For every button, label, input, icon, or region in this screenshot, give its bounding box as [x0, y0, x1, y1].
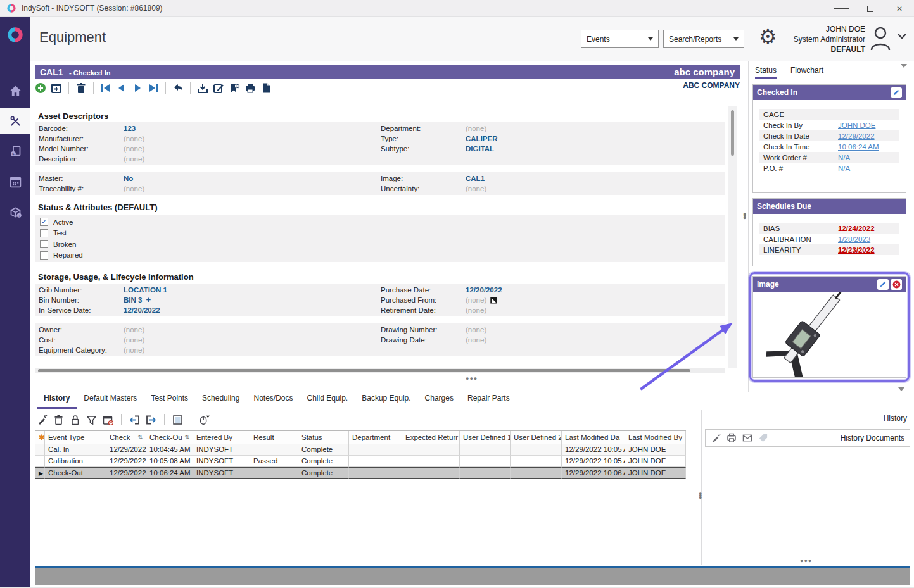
filter-icon[interactable]: [86, 415, 97, 425]
print-icon[interactable]: [727, 433, 737, 443]
tab-default-masters[interactable]: Default Masters: [77, 391, 144, 409]
table-header-cell[interactable]: Expected Returr: [402, 431, 460, 444]
table-header-cell[interactable]: User Defined 2: [511, 431, 562, 444]
panel-row-value[interactable]: 12/23/2022: [838, 246, 875, 254]
table-row[interactable]: Cal. In12/29/202210:04:45 AMINDYSOFTComp…: [35, 444, 686, 456]
shortcut-icon[interactable]: [490, 297, 497, 304]
close-button[interactable]: ✕: [885, 0, 914, 17]
horizontal-scrollbar[interactable]: [35, 368, 725, 373]
scrollbar-thumb[interactable]: [731, 110, 734, 156]
checkbox-unchecked-icon[interactable]: [40, 251, 48, 260]
tab-child-equip-[interactable]: Child Equip.: [300, 391, 355, 409]
delete-icon[interactable]: [75, 82, 87, 94]
table-header-cell[interactable]: Entered By: [193, 431, 250, 444]
table-header-cell[interactable]: Department: [349, 431, 402, 444]
field-value[interactable]: LOCATION 1: [124, 286, 167, 294]
user-avatar-icon[interactable]: [868, 25, 893, 51]
panel-splitter-handle[interactable]: ●●●: [743, 213, 746, 219]
first-record-icon[interactable]: [100, 82, 111, 94]
check-out-icon[interactable]: [146, 415, 156, 425]
panel-row-value[interactable]: 12/24/2022: [838, 225, 875, 232]
panel-row-value[interactable]: 1/28/2023: [838, 235, 870, 243]
previous-record-icon[interactable]: [116, 82, 127, 94]
table-row[interactable]: ▶Check-Out12/29/202210:06:24 AMINDYSOFTC…: [35, 467, 686, 479]
tab-repair-parts[interactable]: Repair Parts: [460, 391, 517, 409]
tab-scheduling[interactable]: Scheduling: [195, 391, 246, 409]
collapse-chevron-icon[interactable]: [898, 387, 904, 391]
sort-icon[interactable]: ⇅: [184, 431, 189, 444]
table-header-cell[interactable]: User Defined 1: [460, 431, 511, 444]
calendar-add-icon[interactable]: [51, 82, 62, 94]
field-value[interactable]: 123: [124, 125, 136, 132]
settings-gear-icon[interactable]: ⚙: [759, 25, 777, 49]
table-header-cell[interactable]: Check⇅: [106, 431, 146, 444]
sort-icon[interactable]: ⇅: [137, 431, 143, 444]
lock-icon[interactable]: [70, 415, 80, 425]
events-dropdown[interactable]: Events: [581, 30, 659, 48]
tab-status[interactable]: Status: [755, 66, 777, 79]
collapse-chevron-icon[interactable]: [901, 64, 907, 68]
list-view-icon[interactable]: [172, 415, 183, 425]
sidebar-item-inventory[interactable]: +: [0, 199, 30, 225]
table-header-cell[interactable]: Last Modified By: [625, 431, 686, 444]
checkbox-checked-icon[interactable]: ✓: [40, 218, 48, 226]
last-record-icon[interactable]: [148, 82, 159, 94]
table-row[interactable]: Calibration12/29/202210:05:08 AMINDYSOFT…: [35, 456, 686, 467]
panel-row-value[interactable]: JOHN DOE: [838, 122, 875, 129]
history-splitter-handle[interactable]: ●●●: [699, 493, 702, 499]
edit-checked-in-button[interactable]: [891, 87, 902, 98]
table-header-cell[interactable]: Event Type: [45, 431, 106, 444]
sidebar-item-equipment[interactable]: [0, 108, 30, 134]
sidebar-item-calendar[interactable]: [0, 169, 30, 194]
tag-icon[interactable]: [758, 433, 768, 443]
tab-charges[interactable]: Charges: [418, 391, 460, 409]
add-icon[interactable]: [35, 82, 46, 94]
email-icon[interactable]: [742, 433, 752, 443]
checkbox-unchecked-icon[interactable]: [40, 240, 48, 248]
wand-icon[interactable]: [37, 415, 48, 425]
field-value[interactable]: 12/20/2022: [466, 286, 502, 294]
undo-icon[interactable]: [172, 82, 184, 94]
field-value[interactable]: CAL1: [466, 175, 485, 182]
check-in-icon[interactable]: [129, 415, 140, 425]
tab-backup-equip-[interactable]: Backup Equip.: [355, 391, 417, 409]
table-header-cell[interactable]: Check-Ou⇅: [146, 431, 193, 444]
bottom-splitter-handle[interactable]: ●●●: [800, 558, 812, 564]
next-record-icon[interactable]: [132, 82, 143, 94]
field-value[interactable]: No: [124, 175, 133, 182]
vertical-scrollbar[interactable]: [728, 106, 737, 368]
calendar-remove-icon[interactable]: [103, 415, 113, 425]
field-value[interactable]: 12/20/2022: [124, 306, 160, 314]
search-reports-dropdown[interactable]: Search/Reports: [663, 30, 744, 48]
delete-icon[interactable]: [53, 415, 64, 425]
bottom-scrollbar[interactable]: [35, 568, 910, 585]
field-value[interactable]: DIGITAL: [466, 145, 494, 153]
edit-icon[interactable]: [213, 82, 224, 94]
panel-row-value[interactable]: 12/29/2022: [838, 132, 875, 140]
edit-image-button[interactable]: [877, 279, 889, 290]
minimize-button[interactable]: [827, 0, 856, 17]
panel-row-value[interactable]: 10:06:24 AM: [838, 143, 879, 151]
user-info[interactable]: JOHN DOE System Administrator DEFAULT: [784, 24, 865, 54]
table-header-cell[interactable]: ✱: [35, 431, 45, 444]
checkbox-unchecked-icon[interactable]: [40, 229, 48, 237]
table-header-cell[interactable]: Status: [298, 431, 349, 444]
import-icon[interactable]: [197, 82, 208, 94]
remove-image-button[interactable]: [891, 279, 902, 290]
tab-flowchart[interactable]: Flowchart: [790, 66, 823, 77]
tab-test-points[interactable]: Test Points: [144, 391, 195, 409]
table-header-cell[interactable]: Last Modified Da: [562, 431, 625, 444]
tab-history[interactable]: History: [37, 391, 77, 409]
panel-row-value[interactable]: N/A: [838, 165, 850, 172]
print-icon[interactable]: [244, 82, 256, 94]
add-icon[interactable]: +: [146, 297, 151, 303]
field-value[interactable]: BIN 3: [124, 296, 142, 304]
scrollbar-thumb[interactable]: [38, 369, 690, 372]
splitter-handle[interactable]: ●●●: [466, 375, 478, 382]
bookmark-add-icon[interactable]: [229, 82, 240, 94]
sidebar-item-home[interactable]: [0, 78, 30, 103]
maximize-button[interactable]: [856, 0, 885, 17]
table-header-cell[interactable]: Result: [250, 431, 298, 444]
mouse-actions-icon[interactable]: [199, 415, 210, 425]
field-value[interactable]: CALIPER: [466, 135, 497, 142]
